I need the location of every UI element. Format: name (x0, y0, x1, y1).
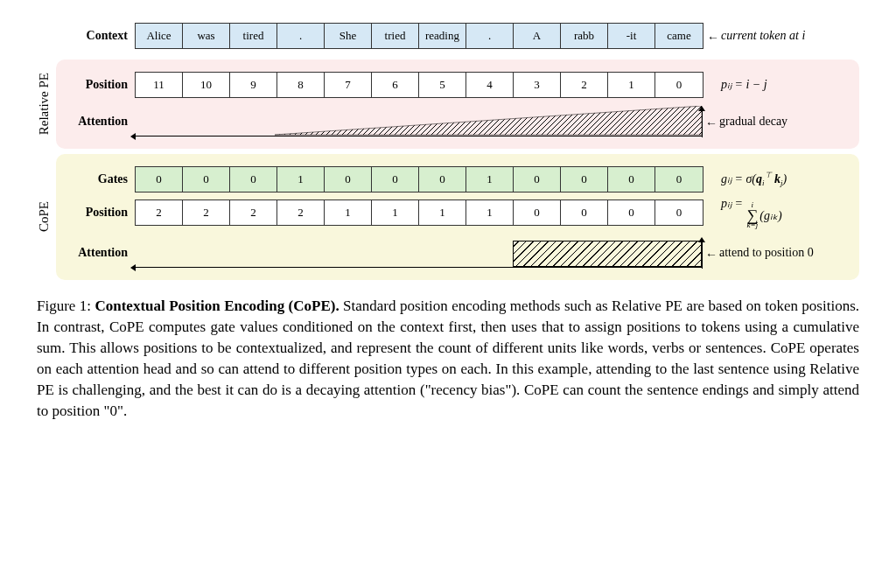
cell: 0 (325, 167, 372, 192)
cell: 0 (183, 167, 230, 192)
cell: 4 (466, 73, 514, 97)
cell: 0 (608, 200, 655, 225)
cell: 2 (136, 200, 183, 225)
cell: 1 (372, 200, 419, 225)
cell: 8 (277, 73, 325, 97)
cell: 2 (183, 200, 230, 225)
position-label-cope: Position (60, 206, 135, 220)
cell: 5 (419, 73, 466, 97)
cope-vlabel: CoPE (37, 201, 56, 232)
note-attend-pos0: attend to position 0 (702, 245, 842, 261)
caption-title: Contextual Position Encoding (CoPE). (94, 298, 339, 314)
cell: Alice (136, 24, 183, 48)
cope-panel: CoPE Gates 000100010000 gᵢⱼ = σ(qi⊤ kj) … (37, 154, 859, 280)
cell: 0 (372, 167, 419, 192)
cell: 6 (372, 73, 419, 97)
cell: 1 (277, 167, 325, 192)
rel-attention-plot (135, 107, 702, 136)
cell: 0 (655, 73, 703, 97)
cell: 1 (419, 200, 466, 225)
cell: 0 (655, 200, 703, 225)
cell: 1 (466, 200, 514, 225)
cell: was (183, 24, 230, 48)
cell: 2 (561, 73, 608, 97)
cell: rabb (561, 24, 608, 48)
note-gate-formula: gᵢⱼ = σ(qi⊤ kj) (704, 171, 844, 189)
cope-position-cells: 222211110000 (135, 200, 704, 226)
cell: 1 (608, 73, 655, 97)
cell: 10 (183, 73, 230, 97)
attention-label-cope: Attention (60, 246, 135, 260)
cell: 3 (514, 73, 561, 97)
caption-body: Standard position encoding methods such … (37, 298, 859, 420)
context-row: . Context Alicewastired.Shetriedreading.… (37, 18, 859, 54)
cell: 2 (277, 200, 325, 225)
cell: 0 (655, 167, 703, 192)
cell: tired (230, 24, 277, 48)
cell: 0 (419, 167, 466, 192)
figure-caption: Figure 1: Contextual Position Encoding (… (37, 296, 859, 423)
cell: A (514, 24, 561, 48)
cell: -it (608, 24, 655, 48)
caption-lead: Figure 1: (37, 298, 94, 314)
cell: 0 (514, 167, 561, 192)
cell: She (325, 24, 372, 48)
svg-marker-0 (275, 106, 702, 135)
cell: . (277, 24, 325, 48)
rel-position-cells: 11109876543210 (135, 72, 704, 98)
context-label: Context (60, 29, 135, 43)
cell: . (466, 24, 514, 48)
cell: 0 (230, 167, 277, 192)
cell: came (655, 24, 703, 48)
cell: 9 (230, 73, 277, 97)
cell: 11 (136, 73, 183, 97)
cell: tried (372, 24, 419, 48)
cell: 0 (561, 167, 608, 192)
cell: 7 (325, 73, 372, 97)
note-pos-formula: pᵢⱼ = i∑k=j(gᵢₖ) (704, 196, 844, 229)
note-current-token: current token at i (704, 28, 844, 44)
position-label-rel: Position (60, 78, 135, 92)
attention-label-rel: Attention (60, 115, 135, 129)
cell: 1 (325, 200, 372, 225)
cell: 1 (466, 167, 514, 192)
cell: reading (419, 24, 466, 48)
note-rel-formula: pᵢⱼ = i − j (704, 77, 844, 93)
relative-pe-vlabel: Relative PE (37, 73, 56, 135)
gates-label: Gates (60, 172, 135, 186)
cope-gates-cells: 000100010000 (135, 166, 704, 192)
cell: 2 (230, 200, 277, 225)
note-gradual-decay: gradual decay (702, 114, 842, 130)
cell: 0 (561, 200, 608, 225)
cope-attention-plot (135, 238, 702, 268)
figure-1: . Context Alicewastired.Shetriedreading.… (37, 18, 859, 422)
cell: 0 (514, 200, 561, 225)
cell: 0 (608, 167, 655, 192)
relative-pe-panel: Relative PE Position 11109876543210 pᵢⱼ … (37, 60, 859, 149)
cell: 0 (136, 167, 183, 192)
context-cells: Alicewastired.Shetriedreading.Arabb-itca… (135, 23, 704, 49)
